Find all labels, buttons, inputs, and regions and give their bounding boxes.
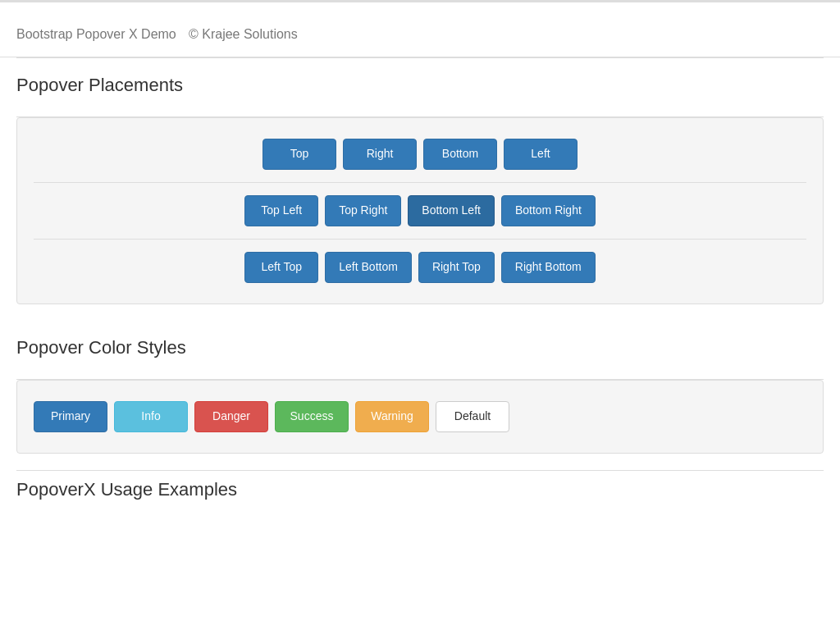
color-buttons-row: Primary Info Danger Success Warning Defa… [34,401,806,432]
btn-color-primary[interactable]: Primary [34,401,107,432]
btn-right[interactable]: Right [343,139,417,170]
color-styles-title: Popover Color Styles [16,337,824,358]
btn-top-left[interactable]: Top Left [244,195,318,226]
placements-panel: Top Right Bottom Left Top Left Top Right… [16,117,824,304]
usage-section: PopoverX Usage Examples [0,471,840,500]
title-main: Bootstrap Popover X Demo [16,27,176,41]
btn-top[interactable]: Top [262,139,336,170]
color-styles-panel: Primary Info Danger Success Warning Defa… [16,380,824,454]
btn-color-danger[interactable]: Danger [194,401,268,432]
page-title: Bootstrap Popover X Demo © Krajee Soluti… [16,19,824,44]
btn-color-success[interactable]: Success [275,401,349,432]
page-header: Bootstrap Popover X Demo © Krajee Soluti… [0,2,840,57]
color-styles-section: Popover Color Styles [0,321,840,379]
usage-title: PopoverX Usage Examples [16,479,824,500]
btn-bottom-left[interactable]: Bottom Left [408,195,495,226]
btn-bottom[interactable]: Bottom [423,139,497,170]
btn-left[interactable]: Left [504,139,578,170]
placement-row-2: Top Left Top Right Bottom Left Bottom Ri… [34,195,806,226]
title-subtitle: © Krajee Solutions [189,27,298,41]
btn-left-bottom[interactable]: Left Bottom [325,252,412,283]
btn-color-info[interactable]: Info [114,401,188,432]
btn-right-bottom[interactable]: Right Bottom [501,252,596,283]
btn-color-warning[interactable]: Warning [355,401,429,432]
placements-section: Popover Placements [0,58,840,116]
btn-color-default[interactable]: Default [436,401,509,432]
row-divider-2 [34,239,806,240]
btn-bottom-right[interactable]: Bottom Right [501,195,596,226]
btn-top-right[interactable]: Top Right [325,195,401,226]
btn-left-top[interactable]: Left Top [244,252,318,283]
placement-row-1: Top Right Bottom Left [34,139,806,170]
placement-row-3: Left Top Left Bottom Right Top Right Bot… [34,252,806,283]
row-divider-1 [34,182,806,183]
placements-title: Popover Placements [16,75,824,96]
btn-right-top[interactable]: Right Top [418,252,495,283]
